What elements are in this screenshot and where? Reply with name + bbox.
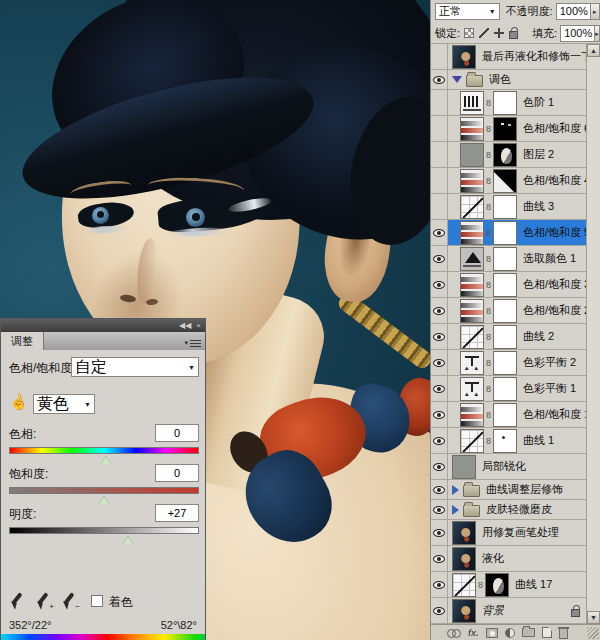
layer-mask-thumbnail[interactable] [493,169,517,193]
layer-row[interactable]: 8色相/饱和度 4 [431,168,586,194]
curves-thumbnail[interactable] [452,573,476,597]
visibility-toggle[interactable] [431,598,448,623]
curves-thumbnail[interactable] [460,195,484,219]
layer-mask-thumbnail[interactable] [493,195,517,219]
channel-select[interactable]: 黄色 ▼ [33,394,95,414]
new-adjustment-layer-icon[interactable] [505,628,515,638]
visibility-toggle[interactable] [431,376,448,401]
visibility-toggle[interactable] [431,168,448,193]
group-expand-toggle[interactable] [452,505,459,515]
layer-thumbnail[interactable] [452,45,476,69]
visibility-toggle[interactable] [431,116,448,141]
curves-thumbnail[interactable] [460,429,484,453]
huesat-thumbnail[interactable] [460,299,484,323]
visibility-toggle[interactable] [431,44,448,69]
lightness-input[interactable]: +27 [155,504,199,522]
visibility-toggle[interactable] [431,572,448,597]
layer-row[interactable]: 8曲线 2 [431,324,586,350]
eyedropper-icon[interactable] [9,591,27,611]
fill-input[interactable]: 100% [560,25,595,42]
layer-row[interactable]: 最后再液化和修饰一下 [431,44,586,70]
visibility-toggle[interactable] [431,428,448,453]
huesat-thumbnail[interactable] [460,273,484,297]
resize-grip-icon[interactable] [587,627,599,639]
lock-all-icon[interactable] [509,31,518,39]
background-layer-row[interactable]: 背景 [431,598,586,624]
targeted-adjustment-hand-icon[interactable]: ☝ [7,391,30,413]
group-expand-toggle[interactable] [452,485,459,495]
lightness-slider[interactable] [9,527,199,534]
layer-mask-thumbnail[interactable] [493,429,517,453]
layer-mask-thumbnail[interactable] [493,377,517,401]
layer-row[interactable]: 8色阶 1 [431,90,586,116]
layer-mask-thumbnail[interactable] [485,573,509,597]
layer-mask-thumbnail[interactable] [493,143,517,167]
slider-marker[interactable] [123,536,133,544]
visibility-toggle[interactable] [431,298,448,323]
layer-mask-thumbnail[interactable] [493,351,517,375]
group-row[interactable]: 曲线调整层修饰 [431,480,586,500]
visibility-toggle[interactable] [431,546,448,571]
layer-row[interactable]: 8曲线 3 [431,194,586,220]
visibility-toggle[interactable] [431,142,448,167]
visibility-toggle[interactable] [431,246,448,271]
blend-mode-select[interactable]: 正常 ▼ [435,3,500,20]
visibility-toggle[interactable] [431,454,448,479]
layer-row-selected[interactable]: 8色相/饱和度 5 [431,220,586,246]
visibility-toggle[interactable] [431,350,448,375]
levels-thumbnail[interactable] [460,91,484,115]
saturation-slider[interactable] [9,487,199,494]
group-collapse-toggle[interactable] [452,76,462,83]
layer-row[interactable]: 8色相/饱和度 6 [431,116,586,142]
visibility-toggle[interactable] [431,402,448,427]
layer-mask-thumbnail[interactable] [493,117,517,141]
lock-position-icon[interactable] [494,28,504,38]
visibility-toggle[interactable] [431,500,448,519]
visibility-toggle[interactable] [431,220,448,245]
layer-row[interactable]: 8色相/饱和度 2 [431,298,586,324]
layer-mask-thumbnail[interactable] [493,403,517,427]
layer-thumbnail[interactable] [452,521,476,545]
layers-scrollbar[interactable]: ▲ ▼ [586,44,600,624]
scroll-up-icon[interactable]: ▲ [587,44,600,57]
color-balance-thumbnail[interactable] [460,351,484,375]
huesat-thumbnail[interactable] [460,169,484,193]
visibility-toggle[interactable] [431,194,448,219]
layer-mask-thumbnail[interactable] [493,91,517,115]
huesat-thumbnail[interactable] [460,117,484,141]
huesat-thumbnail[interactable] [460,403,484,427]
layer-row[interactable]: 8曲线 1 [431,428,586,454]
colorize-checkbox[interactable] [91,595,103,607]
layer-row[interactable]: 8色彩平衡 2 [431,350,586,376]
layer-row[interactable]: 8色彩平衡 1 [431,376,586,402]
layer-thumbnail[interactable] [452,455,476,479]
visibility-toggle[interactable] [431,90,448,115]
hue-spectrum-bar[interactable] [1,634,205,640]
group-row[interactable]: 皮肤轻微磨皮 [431,500,586,520]
layer-styles-icon[interactable]: fx. [468,628,479,638]
panel-menu-icon[interactable]: ▾ [184,336,201,350]
fill-spinner[interactable]: ▸ [595,25,600,42]
visibility-toggle[interactable] [431,480,448,499]
slider-marker[interactable] [101,456,111,464]
visibility-toggle[interactable] [431,70,448,89]
layer-thumbnail[interactable] [460,143,484,167]
delete-layer-icon[interactable] [559,629,568,639]
tab-adjustments[interactable]: 调整 [1,332,44,350]
collapse-panel-icon[interactable]: ◀◀ [179,321,191,330]
layer-mask-thumbnail[interactable] [493,273,517,297]
opacity-input[interactable]: 100% [556,3,591,20]
preset-select[interactable]: 自定 ▼ [71,357,199,377]
layer-mask-thumbnail[interactable] [493,247,517,271]
layer-mask-thumbnail[interactable] [493,299,517,323]
layer-thumbnail[interactable] [452,599,476,623]
slider-marker[interactable] [99,496,109,504]
layer-row[interactable]: 液化 [431,546,586,572]
layer-mask-thumbnail[interactable] [493,325,517,349]
lock-transparency-icon[interactable] [464,28,474,38]
color-balance-thumbnail[interactable] [460,377,484,401]
layer-row[interactable]: 8色相/饱和度 3 [431,272,586,298]
group-row[interactable]: 调色 [431,70,586,90]
scroll-down-icon[interactable]: ▼ [587,611,600,624]
eyedropper-add-icon[interactable]: + [35,591,53,611]
